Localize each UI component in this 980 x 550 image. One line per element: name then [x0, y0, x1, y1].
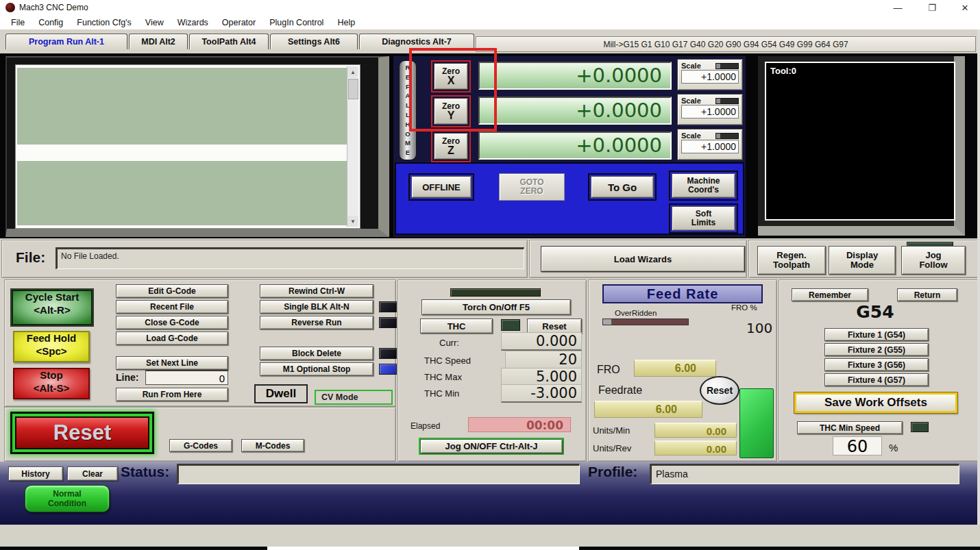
- m1-optional-stop-button[interactable]: M1 Optional Stop: [260, 362, 373, 376]
- g-codes-button[interactable]: G-Codes: [169, 439, 232, 452]
- single-blk-led: [379, 301, 397, 312]
- normal-condition-button[interactable]: NormalCondition: [25, 485, 110, 512]
- toolpath-display[interactable]: Tool:0: [765, 62, 955, 221]
- run-from-here-button[interactable]: Run From Here: [116, 388, 228, 401]
- menu-function-cfgs[interactable]: Function Cfg's: [70, 18, 138, 27]
- scale-x-value[interactable]: +1.0000: [681, 70, 739, 84]
- close-gcode-button[interactable]: Close G-Code: [116, 316, 228, 329]
- load-gcode-button[interactable]: Load G-Code: [116, 332, 228, 345]
- scale-y[interactable]: Scale +1.0000: [677, 94, 743, 125]
- clear-button[interactable]: Clear: [67, 466, 118, 481]
- file-row: File: No File Loaded. Load Wizards Regen…: [0, 238, 980, 279]
- thc-reset-button[interactable]: Reset: [527, 318, 582, 334]
- menu-plugin-control[interactable]: PlugIn Control: [262, 18, 330, 27]
- fro-value[interactable]: 6.00: [634, 360, 716, 377]
- torch-on-off-button[interactable]: Torch On/Off F5: [421, 299, 571, 315]
- line-number-field[interactable]: 0: [145, 370, 228, 385]
- scale-x[interactable]: Scale +1.0000: [677, 59, 743, 90]
- tab-diagnostics[interactable]: Diagnostics Alt-7: [359, 34, 474, 49]
- stop-button[interactable]: Stop<Alt-S>: [13, 368, 90, 399]
- gcode-scrollbar[interactable]: ▲ ▼: [347, 66, 358, 227]
- reverse-run-button[interactable]: Reverse Run: [260, 316, 373, 329]
- set-next-line-button[interactable]: Set Next Line: [116, 356, 228, 370]
- feedrate-label: Feedrate: [598, 384, 642, 397]
- dro-y-value[interactable]: +0.0000: [478, 97, 672, 125]
- toolpath-display-frame: Tool:0: [758, 56, 965, 236]
- menu-operator[interactable]: Operator: [215, 18, 262, 27]
- thc-max-label: THC Max: [424, 372, 462, 382]
- curr-value[interactable]: 0.000: [501, 332, 582, 351]
- units-rev-label: Units/Rev: [593, 443, 631, 453]
- rewind-button[interactable]: Rewind Ctrl-W: [260, 284, 373, 298]
- jog-follow-button[interactable]: JogFollow: [901, 246, 966, 275]
- file-label: File:: [16, 249, 45, 266]
- menu-config[interactable]: Config: [32, 18, 70, 27]
- fro-reset-button[interactable]: Reset: [700, 376, 739, 405]
- history-button[interactable]: History: [8, 466, 63, 481]
- scroll-down-icon[interactable]: ▼: [347, 216, 358, 227]
- return-button[interactable]: Return: [897, 288, 957, 301]
- zero-z-button[interactable]: ZeroZ: [431, 130, 471, 162]
- scale-z[interactable]: Scale +1.0000: [677, 129, 743, 160]
- soft-limits-button[interactable]: SoftLimits: [669, 203, 738, 234]
- thc-led: [501, 319, 520, 331]
- bottom-edge-left: [0, 547, 267, 550]
- thc-min-speed-led: [911, 422, 929, 432]
- menu-file[interactable]: File: [4, 18, 32, 27]
- jog-on-off-button[interactable]: Jog ON/OFF Ctrl-Alt-J: [419, 438, 564, 455]
- save-work-offsets-button[interactable]: Save Work Offsets: [794, 392, 957, 413]
- edit-gcode-button[interactable]: Edit G-Code: [116, 284, 228, 298]
- close-icon[interactable]: ✕: [951, 0, 979, 15]
- single-blk-button[interactable]: Single BLK Alt-N: [260, 300, 373, 314]
- fixture-2-button[interactable]: Fixture 2 (G55): [824, 343, 929, 356]
- thc-min-speed-value[interactable]: 60: [833, 436, 882, 455]
- dro-x-value[interactable]: +0.0000: [478, 62, 672, 90]
- bottom-edge-center: [267, 547, 579, 550]
- thc-min-value[interactable]: -3.000: [501, 384, 582, 403]
- tab-mdi[interactable]: MDI Alt2: [129, 34, 188, 49]
- thc-button[interactable]: THC: [420, 318, 493, 334]
- wizards-group: Load Wizards: [529, 240, 747, 278]
- scroll-thumb[interactable]: [348, 79, 358, 99]
- tab-settings[interactable]: Settings Alt6: [270, 34, 358, 49]
- tab-program-run[interactable]: Program Run Alt-1: [5, 34, 127, 49]
- regen-toolpath-button[interactable]: Regen.Toolpath: [757, 246, 826, 275]
- menu-bar: File Config Function Cfg's View Wizards …: [0, 15, 980, 29]
- profile-field[interactable]: Plasma: [650, 464, 959, 484]
- to-go-button[interactable]: To Go: [588, 173, 657, 201]
- fixture-3-button[interactable]: Fixture 3 (G56): [824, 358, 929, 371]
- thc-speed-value[interactable]: 20: [505, 351, 582, 369]
- machine-coords-button[interactable]: MachineCoord's: [669, 171, 738, 201]
- m-codes-button[interactable]: M-Codes: [241, 439, 304, 452]
- menu-wizards[interactable]: Wizards: [171, 18, 215, 27]
- restore-icon[interactable]: ❐: [918, 0, 946, 15]
- goto-zero-button[interactable]: GOTOZERO: [499, 173, 565, 201]
- offline-button[interactable]: OFFLINE: [408, 173, 474, 201]
- app-icon: [5, 3, 15, 12]
- load-wizards-button[interactable]: Load Wizards: [541, 246, 745, 272]
- recent-file-button[interactable]: Recent File: [116, 300, 228, 314]
- curr-label: Curr:: [439, 338, 459, 348]
- scale-z-value[interactable]: +1.0000: [681, 140, 739, 153]
- fixture-4-button[interactable]: Fixture 4 (G57): [824, 373, 929, 386]
- feed-hold-button[interactable]: Feed Hold<Spc>: [13, 331, 90, 362]
- minimize-icon[interactable]: —: [884, 0, 911, 15]
- reset-button[interactable]: Reset: [10, 412, 154, 454]
- status-field[interactable]: [177, 464, 580, 484]
- scale-y-value[interactable]: +1.0000: [681, 105, 739, 118]
- dro-z-value[interactable]: +0.0000: [478, 132, 672, 160]
- block-delete-button[interactable]: Block Delete: [260, 347, 373, 360]
- reset-group: Reset G-Codes M-Codes: [4, 407, 396, 462]
- remember-button[interactable]: Remember: [792, 288, 868, 301]
- display-mode-button[interactable]: DisplayMode: [829, 246, 896, 275]
- file-name-field[interactable]: No File Loaded.: [56, 247, 524, 269]
- cycle-start-button[interactable]: Cycle Start<Alt-R>: [12, 290, 93, 325]
- thc-min-speed-button[interactable]: THC Min Speed: [797, 421, 903, 434]
- menu-help[interactable]: Help: [330, 18, 362, 27]
- menu-view[interactable]: View: [138, 18, 171, 27]
- scroll-up-icon[interactable]: ▲: [347, 66, 358, 77]
- fixture-1-button[interactable]: Fixture 1 (G54): [824, 328, 929, 341]
- gcode-list[interactable]: ▲ ▼: [15, 64, 360, 229]
- tab-toolpath[interactable]: ToolPath Alt4: [189, 34, 269, 49]
- thc-max-value[interactable]: 5.000: [501, 368, 582, 386]
